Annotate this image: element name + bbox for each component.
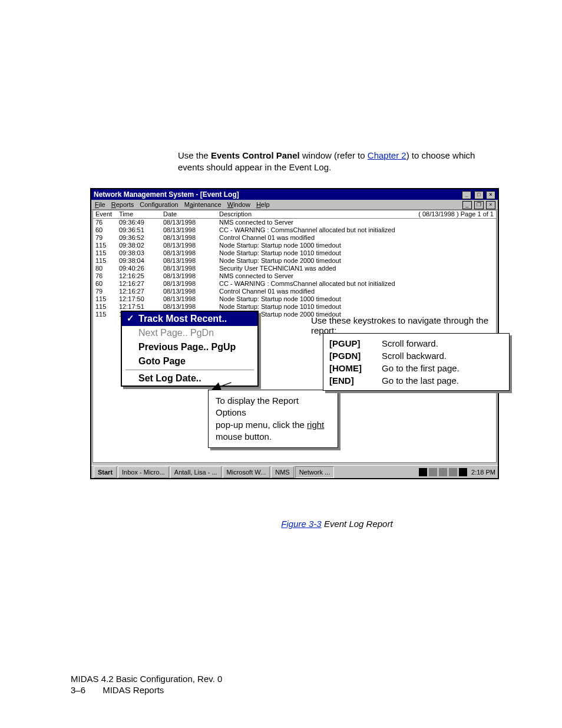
header-desc: Description [219,210,394,218]
minimize-icon[interactable]: _ [462,191,471,199]
callout-report-options: To display the Report Options pop-up men… [208,390,338,448]
intro-mid: window (refer to [300,150,368,160]
callout-line: To display the Report Options [216,395,330,419]
popup-next-page[interactable]: Next Page.. PgDn [122,326,257,340]
mdi-controls: _ ❐ × [462,200,495,209]
cell-time: 09:38:02 [119,242,163,249]
cell-desc: Security User TECHNICIAN1 was added [219,265,494,272]
chapter-link[interactable]: Chapter 2 [368,150,406,160]
log-row: 7909:36:5208/13/1998Control Channel 01 w… [95,234,494,242]
cell-date: 08/13/1998 [163,280,219,288]
footer-line1: MIDAS 4.2 Basic Configuration, Rev. 0 [71,674,222,684]
window-titlebar: Network Management System - [Event Log] … [91,189,498,200]
cell-desc: Node Startup: Startup node 1000 timedout [219,242,494,249]
cell-date: 08/13/1998 [163,288,219,295]
tray-icon[interactable] [439,468,447,476]
mdi-minimize-icon[interactable]: _ [462,201,472,209]
cell-event: 115 [95,242,119,249]
mdi-close-icon[interactable]: × [486,201,495,209]
menu-file[interactable]: File [95,201,105,208]
taskbar-item[interactable]: Antall, Lisa - ... [170,466,222,478]
keystroke-row: [PGUP]Scroll forward. [329,337,503,350]
header-time: Time [119,210,163,218]
start-label: Start [98,469,113,476]
maximize-icon[interactable]: □ [474,191,484,199]
figure-container: Network Management System - [Event Log] … [90,188,497,477]
cell-desc: Control Channel 01 was modified [219,234,494,242]
taskbar-item-active[interactable]: Network ... [295,466,335,478]
cell-time: 09:38:04 [119,257,163,265]
cell-date: 08/13/1998 [163,272,219,280]
taskbar-item[interactable]: Microsoft W... [223,466,270,478]
popup-goto-page[interactable]: Goto Page [122,354,257,368]
footer-page-number: 3–6 [71,685,100,695]
taskbar-item[interactable]: Inbox - Micro... [118,466,169,478]
tray-icon[interactable] [449,468,457,476]
cell-date: 08/13/1998 [163,234,219,242]
cell-event: 115 [95,303,119,311]
cell-desc: Node Startup: Startup node 1010 timedout [219,303,494,311]
popup-previous-page[interactable]: Previous Page.. PgUp [122,340,257,354]
log-row: 11512:17:5008/13/1998Node Startup: Start… [95,295,494,303]
tray-icon[interactable] [429,468,437,476]
log-row: 11509:38:0208/13/1998Node Startup: Start… [95,242,494,249]
menu-maintenance[interactable]: Maintenance [184,201,222,208]
cell-desc: Node Startup: Startup node 1010 timedout [219,249,494,257]
figure-caption: Figure 3-3 Event Log Report [178,519,496,529]
log-row: 8009:40:2608/13/1998Security User TECHNI… [95,265,494,272]
cell-event: 115 [95,295,119,303]
intro-paragraph: Use the Events Control Panel window (ref… [178,150,496,173]
menu-configuration[interactable]: Configuration [140,201,178,208]
cell-event: 60 [95,226,119,234]
cell-date: 08/13/1998 [163,265,219,272]
tray-clock: 2:18 PM [471,469,495,476]
figure-caption-text: Event Log Report [322,519,393,529]
cell-time: 12:17:51 [119,303,163,311]
cell-desc: CC - WARNING : CommsChannel allocated bu… [219,280,494,288]
menu-window[interactable]: Window [227,201,250,208]
cell-time: 12:17:50 [119,295,163,303]
keystrokes-table: [PGUP]Scroll forward. [PGDN]Scroll backw… [323,333,510,391]
report-options-popup: Track Most Recent.. Next Page.. PgDn Pre… [121,311,259,387]
start-button[interactable]: Start [94,466,117,478]
tray-icon[interactable] [419,468,427,476]
log-row: 11509:38:0308/13/1998Node Startup: Start… [95,249,494,257]
popup-set-log-date[interactable]: Set Log Date.. [122,371,257,386]
cell-event: 60 [95,280,119,288]
figure-number-link[interactable]: Figure 3-3 [281,519,321,529]
cell-date: 08/13/1998 [163,242,219,249]
cell-time: 09:36:51 [119,226,163,234]
page-info: ( 08/13/1998 ) Page 1 of 1 [394,210,494,218]
close-icon[interactable]: × [486,191,495,199]
popup-track-most-recent[interactable]: Track Most Recent.. [122,312,257,326]
cell-event: 115 [95,257,119,265]
cell-time: 12:16:27 [119,280,163,288]
cell-event: 115 [95,249,119,257]
popup-separator [125,370,254,370]
taskbar-item[interactable]: NMS [271,466,293,478]
cell-event: 115 [95,311,119,318]
key-pgdn: [PGDN] [329,351,368,361]
column-headers: Event Time Date Description ( 08/13/1998… [93,210,496,219]
taskbar: Start Inbox - Micro... Antall, Lisa - ..… [91,465,498,478]
menu-help[interactable]: Help [256,201,270,208]
page-footer: MIDAS 4.2 Basic Configuration, Rev. 0 3–… [71,674,222,695]
cell-event: 79 [95,234,119,242]
keystroke-row: [HOME]Go to the first page. [329,362,503,374]
mdi-restore-icon[interactable]: ❐ [474,201,484,209]
header-event: Event [95,210,119,218]
log-row: 7912:16:2708/13/1998Control Channel 01 w… [95,288,494,295]
cell-desc: Node Startup: Startup node 1000 timedout [219,295,494,303]
cell-desc: Node Startup: Startup node 2000 timedout [219,257,494,265]
window-controls: _ □ × [461,190,495,199]
menu-reports[interactable]: Reports [111,201,134,208]
cell-desc: Control Channel 01 was modified [219,288,494,295]
cell-desc: NMS connected to Server [219,219,494,226]
key-desc: Scroll forward. [382,338,438,348]
cell-date: 08/13/1998 [163,219,219,226]
cell-date: 08/13/1998 [163,249,219,257]
tray-icon[interactable] [459,468,467,476]
intro-pre: Use the [178,150,211,160]
key-desc: Scroll backward. [382,351,447,361]
log-row: 11509:38:0408/13/1998Node Startup: Start… [95,257,494,265]
